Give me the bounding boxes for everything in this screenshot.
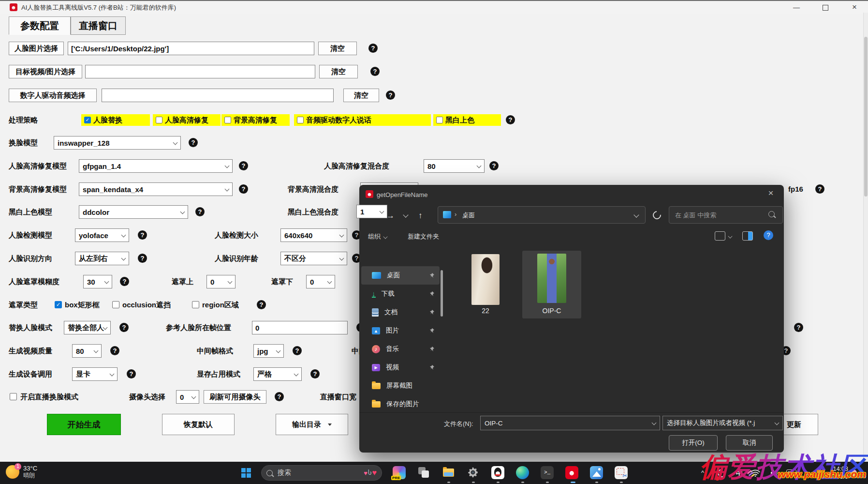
help-icon[interactable]: ? xyxy=(189,138,198,147)
swap-mode-select[interactable]: 替换全部人 xyxy=(64,321,111,334)
clear-target-media-button[interactable]: 清空 xyxy=(319,65,358,78)
clear-drive-audio-button[interactable]: 清空 xyxy=(343,89,379,102)
start-generate-button[interactable]: 开始生成 xyxy=(47,414,121,435)
help-icon[interactable]: ? xyxy=(110,346,119,355)
minimize-button[interactable]: — xyxy=(792,3,801,12)
mask-type-region-checkbox[interactable] xyxy=(192,301,199,308)
mask-type-box-checkbox[interactable] xyxy=(55,301,62,308)
help-icon[interactable]: ? xyxy=(815,184,824,194)
taskbar-icon-qq[interactable] xyxy=(491,466,504,479)
taskbar-icon-copilot[interactable]: PRE xyxy=(393,466,406,479)
help-icon[interactable]: ? xyxy=(275,392,284,401)
vram-mode-select[interactable]: 严格 xyxy=(253,367,302,381)
checkbox-icon[interactable] xyxy=(297,117,304,123)
preview-pane-icon[interactable] xyxy=(742,231,753,241)
face-image-path-input[interactable] xyxy=(68,42,314,55)
file-thumbnail[interactable] xyxy=(471,254,500,305)
sidebar-item-music[interactable]: ♪ 音乐 xyxy=(361,340,440,358)
help-icon[interactable]: ? xyxy=(119,323,129,332)
strategy-option-face-swap[interactable]: ✓ 人脸替换 xyxy=(81,114,150,126)
view-mode-chevron-icon[interactable] xyxy=(728,234,732,238)
frame-format-select[interactable]: jpg xyxy=(253,344,284,358)
sidebar-item-videos[interactable]: ▶ 视频 xyxy=(361,358,440,377)
detect-size-select[interactable]: 640x640 xyxy=(280,228,347,242)
sidebar-item-documents[interactable]: 文档 xyxy=(361,303,440,321)
clear-face-image-button[interactable]: 清空 xyxy=(318,42,357,55)
target-media-select-button[interactable]: 目标视频/图片选择 xyxy=(9,65,82,78)
sidebar-item-screenshots[interactable]: 屏幕截图 xyxy=(361,377,440,395)
forward-icon[interactable]: → xyxy=(386,211,395,221)
video-quality-select[interactable]: 80 xyxy=(72,344,102,358)
drive-audio-select-button[interactable]: 数字人驱动音频选择 xyxy=(9,89,97,102)
taskbar-icon-task-view[interactable] xyxy=(417,466,430,479)
up-icon[interactable]: ↑ xyxy=(418,211,423,221)
mask-bottom-select[interactable]: 0 xyxy=(306,275,335,288)
help-icon[interactable]: ? xyxy=(794,323,803,332)
ref-frame-input[interactable] xyxy=(252,321,348,334)
taskbar-icon-photos[interactable] xyxy=(590,466,603,479)
mask-top-select[interactable]: 0 xyxy=(206,275,235,288)
device-select[interactable]: 显卡 xyxy=(72,367,118,381)
detect-model-select[interactable]: yoloface xyxy=(75,228,129,242)
face-restore-blend-select[interactable]: 80 xyxy=(424,159,485,173)
help-icon[interactable]: ? xyxy=(257,300,266,309)
help-icon[interactable]: ? xyxy=(138,254,147,263)
help-icon[interactable]: ? xyxy=(195,207,205,216)
live-mode-checkbox[interactable] xyxy=(10,393,17,400)
filetype-combobox[interactable]: 选择目标人脸图片或者视频 (*.j xyxy=(662,416,783,430)
strategy-option-colorize[interactable]: 黑白上色 xyxy=(433,114,501,126)
help-icon[interactable]: ? xyxy=(239,161,248,170)
sidebar-item-pictures[interactable]: ▲ 图片 xyxy=(361,321,440,340)
colorize-select[interactable]: ddcolor xyxy=(79,205,188,219)
tab-live-window[interactable]: 直播窗口 xyxy=(71,16,126,35)
drive-audio-path-input[interactable] xyxy=(102,89,334,102)
reset-defaults-button[interactable]: 恢复默认 xyxy=(162,414,235,435)
sidebar-item-desktop[interactable]: 桌面 xyxy=(361,266,440,285)
help-icon[interactable]: ? xyxy=(138,230,147,240)
output-dir-button[interactable]: 输出目录 xyxy=(276,414,348,435)
file-thumbnail[interactable] xyxy=(537,254,566,303)
taskbar-icon-file-explorer[interactable] xyxy=(442,466,455,479)
help-icon[interactable]: ? xyxy=(506,115,515,124)
filename-combobox[interactable]: OIP-C xyxy=(480,416,660,430)
cancel-button[interactable]: 取消 xyxy=(726,435,773,451)
help-icon[interactable]: ? xyxy=(310,369,320,378)
help-icon[interactable]: ? xyxy=(370,67,380,76)
mask-type-occlusion-checkbox[interactable] xyxy=(112,301,119,308)
strategy-option-face-hd[interactable]: 人脸高清修复 xyxy=(153,114,221,126)
search-icon[interactable] xyxy=(768,211,775,217)
start-button[interactable] xyxy=(241,468,251,478)
swap-model-select[interactable]: inswapper_128 xyxy=(54,136,181,150)
main-scrollbar[interactable] xyxy=(863,13,868,462)
checkbox-icon[interactable] xyxy=(224,117,231,123)
taskbar-icon-edge[interactable] xyxy=(516,466,529,479)
breadcrumb-location[interactable]: 桌面 xyxy=(462,211,475,220)
checkbox-checked-icon[interactable]: ✓ xyxy=(84,117,91,123)
strategy-option-audio-driven[interactable]: 音频驱动数字人说话 xyxy=(294,114,431,126)
refresh-camera-button[interactable]: 刷新可用摄像头 xyxy=(204,390,266,404)
sidebar-scrollbar[interactable] xyxy=(441,270,443,317)
taskbar-search[interactable]: 搜索 ♥ Ⴑ ♥ xyxy=(261,465,382,481)
camera-select[interactable]: 0 xyxy=(176,390,199,404)
taskbar-icon-settings[interactable] xyxy=(467,466,480,479)
help-icon[interactable]: ? xyxy=(489,161,499,170)
sidebar-item-downloads[interactable]: ↓ 下载 xyxy=(361,285,440,303)
open-button[interactable]: 打开(O) xyxy=(669,435,718,451)
breadcrumb[interactable]: › 桌面 xyxy=(438,206,646,224)
taskbar-icon-ai-face-app[interactable]: ☻ xyxy=(565,466,578,479)
new-folder-button[interactable]: 新建文件夹 xyxy=(408,232,439,241)
dialog-help-icon[interactable]: ? xyxy=(764,230,773,240)
close-button[interactable]: × xyxy=(850,3,859,12)
colorize-blend-select[interactable]: 1 xyxy=(356,205,387,218)
search-box[interactable]: 在 桌面 中搜索 xyxy=(669,206,783,224)
sidebar-item-saved-pictures[interactable]: 保存的图片 xyxy=(361,395,440,413)
dialog-close-icon[interactable]: × xyxy=(765,188,777,198)
help-icon[interactable]: ? xyxy=(120,277,129,286)
history-chevron-icon[interactable] xyxy=(403,212,408,217)
target-media-path-input[interactable] xyxy=(85,65,315,78)
scrollbar-thumb[interactable] xyxy=(864,37,868,197)
mask-blur-select[interactable]: 30 xyxy=(83,275,112,288)
breadcrumb-chevron-icon[interactable] xyxy=(633,212,639,217)
refresh-icon[interactable] xyxy=(651,210,663,221)
help-icon[interactable]: ? xyxy=(368,44,378,53)
